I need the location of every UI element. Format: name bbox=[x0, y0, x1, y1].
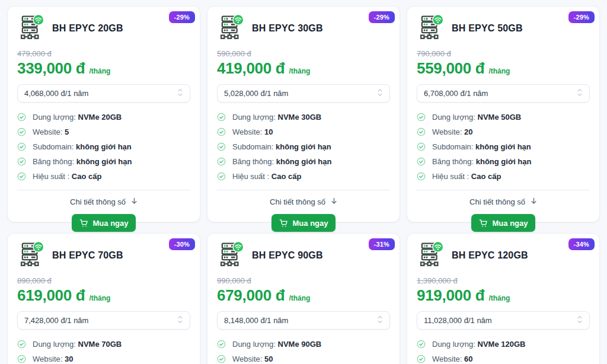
feature-value: 60 bbox=[464, 355, 472, 363]
check-circle-icon bbox=[217, 157, 226, 166]
feature-value: NVMe 70GB bbox=[78, 340, 122, 349]
feature-label: Website: bbox=[33, 355, 62, 363]
feature-value: NVMe 120GB bbox=[478, 340, 526, 349]
feature-label: Website: bbox=[432, 355, 462, 363]
feature-item: Băng thông: không giới hạn bbox=[417, 157, 590, 166]
check-circle-icon bbox=[417, 157, 426, 166]
price-row: 419,000 đ /tháng bbox=[217, 59, 390, 78]
buy-now-button[interactable]: Mua ngay bbox=[271, 214, 336, 232]
feature-item: Website: 20 bbox=[417, 127, 590, 136]
card-header: BH EPYC 120GB bbox=[417, 241, 590, 270]
wifi-icon bbox=[233, 242, 244, 253]
check-circle-icon bbox=[17, 172, 26, 181]
feature-item: Dung lượng: NVMe 120GB bbox=[417, 340, 590, 349]
feature-label: Dung lượng: bbox=[33, 340, 76, 349]
details-link[interactable]: Chi tiết thông số bbox=[217, 197, 390, 206]
check-circle-icon bbox=[417, 355, 426, 363]
current-price: 559,000 đ bbox=[417, 59, 484, 78]
feature-item: Băng thông: không giới hạn bbox=[217, 157, 390, 166]
discount-badge: -31% bbox=[369, 238, 395, 250]
current-price: 339,000 đ bbox=[17, 59, 85, 78]
plan-card: -30% bbox=[7, 233, 200, 364]
feature-item: Hiệu suất : Cao cấp bbox=[17, 172, 190, 181]
chevron-updown-icon bbox=[177, 88, 183, 99]
feature-value: 50 bbox=[264, 355, 273, 363]
check-circle-icon bbox=[17, 142, 26, 151]
check-circle-icon bbox=[17, 127, 26, 136]
feature-item: Subdomain: không giới hạn bbox=[217, 142, 390, 151]
term-select-value: 4,068,000 đ/1 năm bbox=[24, 89, 88, 98]
feature-text: Subdomain: không giới hạn bbox=[33, 142, 132, 151]
feature-text: Dung lượng: NVMe 20GB bbox=[33, 113, 122, 122]
feature-item: Dung lượng: NVMe 50GB bbox=[417, 113, 590, 122]
term-select-value: 8,148,000 đ/1 năm bbox=[224, 316, 288, 325]
feature-text: Website: 30 bbox=[33, 355, 73, 363]
details-link[interactable]: Chi tiết thông số bbox=[417, 197, 590, 206]
plan-title: BH EPYC 120GB bbox=[452, 250, 528, 261]
term-select[interactable]: 6,708,000 đ/1 năm bbox=[417, 84, 590, 103]
feature-text: Website: 20 bbox=[432, 127, 472, 136]
term-select[interactable]: 7,428,000 đ/1 năm bbox=[17, 311, 190, 330]
feature-text: Subdomain: không giới hạn bbox=[432, 142, 531, 151]
feature-value: NVMe 90GB bbox=[278, 340, 322, 349]
buy-now-label: Mua ngay bbox=[293, 219, 328, 228]
feature-value: 20 bbox=[464, 127, 472, 136]
price-period: /tháng bbox=[89, 294, 110, 302]
feature-text: Website: 60 bbox=[432, 355, 472, 363]
term-select[interactable]: 11,028,000 đ/1 năm bbox=[417, 311, 590, 330]
term-select-value: 7,428,000 đ/1 năm bbox=[24, 316, 88, 325]
feature-item: Hiệu suất : Cao cấp bbox=[417, 172, 590, 181]
old-price: 479,000 đ bbox=[17, 49, 190, 58]
card-header: BH EPYC 70GB bbox=[17, 241, 190, 270]
card-header: BH EPYC 30GB bbox=[217, 14, 390, 43]
feature-text: Dung lượng: NVMe 50GB bbox=[432, 113, 521, 122]
feature-label: Subdomain: bbox=[33, 142, 74, 151]
divider bbox=[17, 190, 190, 190]
discount-badge: -34% bbox=[568, 238, 595, 250]
feature-item: Subdomain: không giới hạn bbox=[17, 142, 190, 151]
feature-list: Dung lượng: NVMe 30GB Website: 10 bbox=[217, 113, 390, 181]
check-circle-icon bbox=[17, 157, 26, 166]
feature-value: NVMe 20GB bbox=[78, 113, 122, 122]
term-select[interactable]: 8,148,000 đ/1 năm bbox=[217, 311, 390, 330]
term-select[interactable]: 5,028,000 đ/1 năm bbox=[217, 84, 390, 103]
check-circle-icon bbox=[417, 340, 426, 349]
feature-value: không giới hạn bbox=[76, 142, 132, 151]
feature-text: Băng thông: không giới hạn bbox=[232, 157, 332, 166]
feature-item: Website: 50 bbox=[217, 355, 390, 363]
feature-item: Dung lượng: NVMe 30GB bbox=[217, 113, 390, 122]
chevron-updown-icon bbox=[377, 315, 383, 326]
old-price: 1,390,000 đ bbox=[417, 276, 590, 285]
old-price: 990,000 đ bbox=[217, 276, 390, 285]
feature-value: Cao cấp bbox=[72, 172, 102, 181]
check-circle-icon bbox=[217, 142, 226, 151]
feature-item: Website: 10 bbox=[217, 127, 390, 136]
feature-label: Website: bbox=[232, 127, 262, 136]
feature-label: Dung lượng: bbox=[232, 340, 276, 349]
buy-now-button[interactable]: Mua ngay bbox=[471, 214, 535, 232]
arrow-down-icon bbox=[131, 197, 138, 206]
cart-icon bbox=[79, 219, 88, 228]
server-icon bbox=[17, 14, 44, 43]
feature-text: Hiệu suất : Cao cấp bbox=[33, 172, 101, 181]
feature-text: Băng thông: không giới hạn bbox=[432, 157, 532, 166]
wifi-icon bbox=[233, 15, 244, 25]
term-select[interactable]: 4,068,000 đ/1 năm bbox=[17, 84, 190, 103]
current-price: 619,000 đ bbox=[17, 286, 85, 305]
check-circle-icon bbox=[217, 127, 226, 136]
price-period: /tháng bbox=[488, 294, 510, 302]
details-link[interactable]: Chi tiết thông số bbox=[17, 197, 190, 206]
check-circle-icon bbox=[217, 172, 226, 181]
buy-now-button[interactable]: Mua ngay bbox=[72, 214, 136, 232]
card-header: BH EPYC 20GB bbox=[17, 14, 190, 43]
feature-label: Subdomain: bbox=[232, 142, 273, 151]
feature-text: Dung lượng: NVMe 90GB bbox=[232, 340, 321, 349]
check-circle-icon bbox=[217, 113, 226, 122]
term-select-value: 11,028,000 đ/1 năm bbox=[424, 316, 492, 325]
check-circle-icon bbox=[417, 113, 426, 122]
server-icon bbox=[217, 241, 244, 270]
chevron-updown-icon bbox=[377, 88, 383, 99]
feature-text: Website: 10 bbox=[232, 127, 273, 136]
feature-item: Băng thông: không giới hạn bbox=[17, 157, 190, 166]
feature-value: NVMe 50GB bbox=[478, 113, 522, 122]
